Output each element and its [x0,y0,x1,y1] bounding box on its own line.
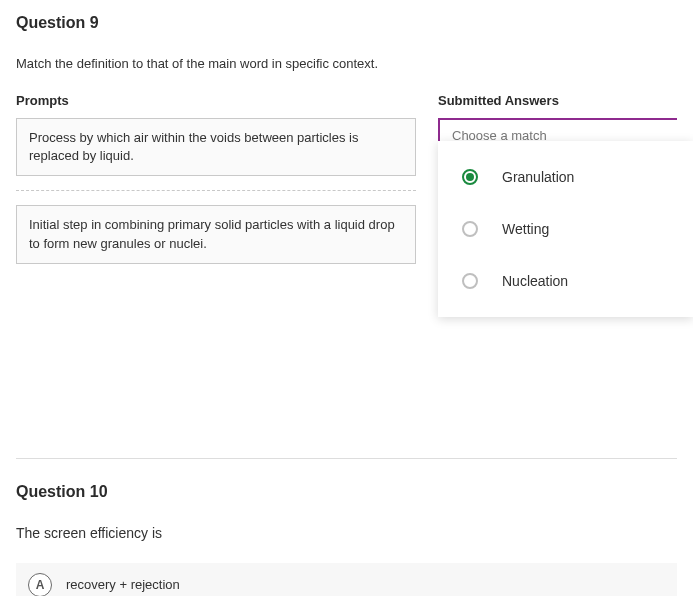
radio-icon [462,273,478,289]
prompts-column: Prompts Process by which air within the … [16,93,416,278]
dropdown-panel: Granulation Wetting Nucleation [438,141,693,317]
option-label: Granulation [502,169,574,185]
dropdown-option-wetting[interactable]: Wetting [438,203,693,255]
option-label: Nucleation [502,273,568,289]
page-container: Question 9 Match the definition to that … [0,0,693,596]
prompt-item[interactable]: Process by which air within the voids be… [16,118,416,176]
match-columns: Prompts Process by which air within the … [16,93,677,278]
prompt-item[interactable]: Initial step in combining primary solid … [16,205,416,263]
answers-header: Submitted Answers [438,93,677,108]
dropdown-option-granulation[interactable]: Granulation [438,151,693,203]
question-10-stem: The screen efficiency is [16,525,677,541]
dropdown-option-nucleation[interactable]: Nucleation [438,255,693,307]
answers-column: Submitted Answers Choose a match Granula… [438,93,677,278]
question-9-instruction: Match the definition to that of the main… [16,56,677,71]
question-10-title: Question 10 [16,483,677,501]
radio-icon [462,169,478,185]
question-9-title: Question 9 [16,14,677,32]
choice-a[interactable]: A recovery + rejection [16,563,677,596]
prompt-divider [16,190,416,191]
radio-icon [462,221,478,237]
prompts-header: Prompts [16,93,416,108]
option-label: Wetting [502,221,549,237]
choice-letter: A [28,573,52,596]
choice-text: recovery + rejection [66,577,180,592]
question-divider [16,458,677,459]
